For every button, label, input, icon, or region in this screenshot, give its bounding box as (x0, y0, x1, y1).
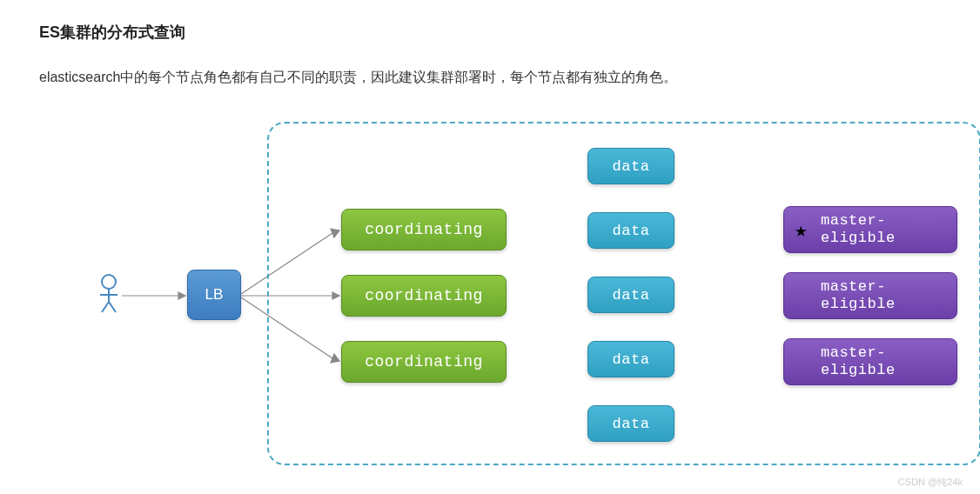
coordinating-node-3: coordinating (341, 341, 507, 383)
master-label: master- eligible (821, 278, 896, 312)
data-label: data (613, 287, 650, 304)
svg-marker-2 (178, 292, 185, 299)
watermark: CSDN @纯24k (898, 476, 963, 489)
lb-label: LB (205, 286, 224, 304)
arrow-user-lb (122, 291, 187, 300)
coord-label: coordinating (365, 353, 483, 370)
user-icon (96, 274, 122, 313)
coord-label: coordinating (365, 287, 483, 304)
master-eligible-node-1: ★ master- eligible (783, 206, 957, 253)
description-text: elasticsearch中的每个节点角色都有自己不同的职责，因此建议集群部署时… (39, 69, 941, 87)
coordinating-node-2: coordinating (341, 275, 507, 317)
data-node-5: data (587, 405, 675, 442)
master-label: master- eligible (821, 212, 896, 246)
star-icon: ★ (795, 219, 808, 244)
master-label: master- eligible (821, 344, 896, 378)
cluster-diagram: LB coordinating coordinating coordinatin… (39, 122, 936, 470)
data-label: data (613, 158, 650, 175)
page-title: ES集群的分布式查询 (39, 22, 941, 43)
data-node-4: data (587, 341, 675, 377)
master-eligible-node-2: master- eligible (783, 272, 957, 319)
data-node-3: data (587, 277, 675, 313)
coord-label: coordinating (365, 221, 483, 238)
coordinating-node-1: coordinating (341, 209, 507, 250)
data-node-1: data (587, 148, 675, 184)
data-label: data (613, 223, 650, 239)
lb-node: LB (187, 270, 241, 320)
data-label: data (613, 416, 650, 432)
master-eligible-node-3: master- eligible (783, 338, 957, 385)
data-node-2: data (587, 212, 675, 249)
data-label: data (613, 351, 650, 368)
svg-point-0 (102, 275, 116, 289)
